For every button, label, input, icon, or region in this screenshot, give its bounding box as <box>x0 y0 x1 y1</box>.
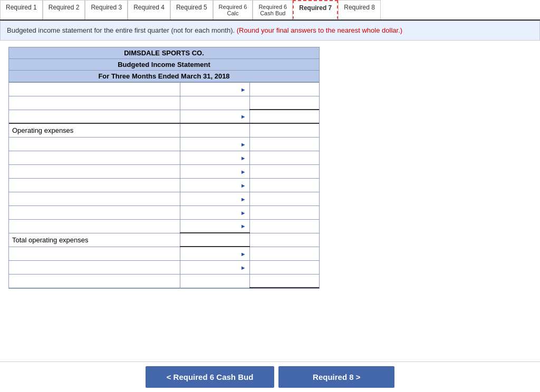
arrow-icon: ► <box>240 196 246 202</box>
tab-required8[interactable]: Required 8 <box>338 0 381 19</box>
table-row-operating-expenses: Operating expenses <box>9 123 319 137</box>
table-row: ► <box>9 178 319 192</box>
tab-required6calc[interactable]: Required 6Calc <box>213 0 253 19</box>
table-row <box>9 274 319 288</box>
instruction-banner: Budgeted income statement for the entire… <box>0 21 540 41</box>
tab-bar: Required 1 Required 2 Required 3 Require… <box>0 0 540 21</box>
tab-required4[interactable]: Required 4 <box>128 0 170 19</box>
tab-required6cash[interactable]: Required 6Cash Bud <box>253 0 293 19</box>
tab-required7[interactable]: Required 7 <box>293 0 338 19</box>
arrow-icon: ► <box>240 182 246 189</box>
instruction-red-text: (Round your final answers to the nearest… <box>237 26 402 34</box>
table-row: ► <box>9 192 319 205</box>
tab-required5[interactable]: Required 5 <box>170 0 213 19</box>
table-row <box>9 96 319 110</box>
table-row: ► <box>9 219 319 233</box>
income-statement-table: DIMSDALE SPORTS CO. Budgeted Income Stat… <box>8 47 320 289</box>
statement-period: For Three Months Ended March 31, 2018 <box>9 71 319 82</box>
instruction-text: Budgeted income statement for the entire… <box>7 26 237 34</box>
arrow-icon: ► <box>240 223 246 229</box>
main-content: DIMSDALE SPORTS CO. Budgeted Income Stat… <box>0 41 540 296</box>
tab-required2[interactable]: Required 2 <box>43 0 85 19</box>
bottom-nav: < Required 6 Cash Bud Required 8 > <box>0 361 540 392</box>
arrow-icon: ► <box>240 169 246 175</box>
data-table: ► ► Operating expenses <box>9 82 319 289</box>
next-button[interactable]: Required 8 > <box>278 366 394 388</box>
prev-button[interactable]: < Required 6 Cash Bud <box>146 366 275 388</box>
arrow-icon: ► <box>240 141 246 148</box>
tab-required1[interactable]: Required 1 <box>0 0 43 19</box>
statement-title: Budgeted Income Statement <box>9 59 319 71</box>
arrow-icon: ► <box>240 210 246 216</box>
table-row: ► <box>9 164 319 178</box>
table-row: ► <box>9 247 319 260</box>
company-name: DIMSDALE SPORTS CO. <box>9 47 319 59</box>
table-row: ► <box>9 82 319 96</box>
table-row: ► <box>9 137 319 151</box>
table-row: ► <box>9 110 319 123</box>
table-row: ► <box>9 151 319 164</box>
total-operating-expenses-label: Total operating expenses <box>9 233 180 247</box>
operating-expenses-label: Operating expenses <box>9 123 180 137</box>
arrow-icon: ► <box>240 264 246 271</box>
arrow-icon: ► <box>240 155 246 161</box>
arrow-icon: ► <box>240 86 246 93</box>
table-row-total-operating: Total operating expenses <box>9 233 319 247</box>
tab-required3[interactable]: Required 3 <box>85 0 128 19</box>
table-row: ► <box>9 260 319 274</box>
table-row: ► <box>9 205 319 219</box>
arrow-icon: ► <box>240 113 246 120</box>
arrow-icon: ► <box>240 251 246 257</box>
